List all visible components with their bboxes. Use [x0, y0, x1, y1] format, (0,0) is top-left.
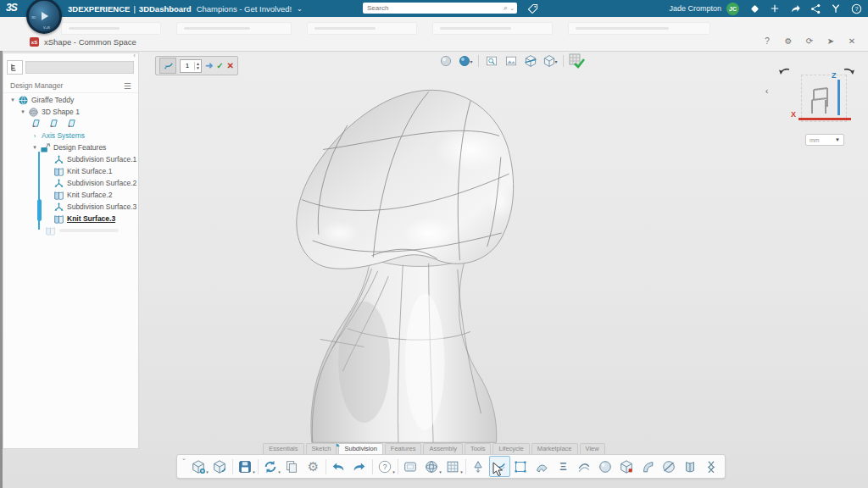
subdivision-level-field[interactable]: ▲▼ — [180, 59, 202, 73]
3dcompass-icon[interactable]: 3D V+R — [26, 0, 62, 34]
expand-caret-icon[interactable]: ▾ — [31, 144, 39, 151]
share-icon[interactable] — [785, 0, 805, 17]
split-sphere-button[interactable] — [659, 456, 680, 477]
open-part-button[interactable] — [209, 456, 231, 477]
panel-scroll-strip[interactable] — [25, 61, 134, 74]
apps-icon[interactable] — [826, 0, 846, 17]
panel-menu-icon[interactable]: ☰ — [124, 81, 131, 91]
shaded-sphere-icon[interactable] — [437, 53, 454, 69]
subdivision-level-input[interactable] — [181, 62, 194, 69]
grid-primitive-button[interactable]: ▾ — [442, 456, 464, 477]
compass-icon[interactable] — [744, 0, 765, 17]
new-part-button[interactable]: ▾ — [188, 456, 209, 477]
panel-collapse-icon[interactable]: ‹ — [133, 52, 136, 59]
chevron-down-icon[interactable]: ⌄ — [297, 5, 303, 13]
subdivision-surface-button[interactable] — [489, 456, 510, 477]
units-dropdown[interactable]: mm ▼ — [805, 134, 844, 146]
drop-cone-button[interactable] — [468, 456, 489, 477]
help-button[interactable]: ?▾ — [375, 456, 396, 477]
nav-collapse-icon[interactable]: ‹ — [765, 86, 768, 96]
search-caret-icon[interactable]: ⌄ — [509, 5, 515, 12]
collapse-caret-icon[interactable]: › — [31, 133, 39, 139]
rotate-left-icon[interactable] — [777, 66, 792, 82]
tag-icon[interactable] — [526, 3, 539, 14]
user-name[interactable]: Jade Crompton — [669, 4, 721, 13]
tree-item-3d-shape-1[interactable]: ▾3D Shape 1 — [3, 106, 138, 118]
redo-button[interactable] — [349, 456, 370, 477]
sphere-shape-button[interactable] — [595, 456, 616, 477]
plane-zx-icon[interactable] — [66, 118, 77, 130]
expand-caret-icon[interactable]: ▾ — [19, 108, 27, 115]
settings-icon[interactable]: ⚙ — [782, 36, 794, 46]
plane-xy-icon[interactable] — [31, 118, 42, 130]
help-icon[interactable]: ? — [761, 36, 773, 46]
refresh-icon[interactable]: ⟳ — [804, 36, 815, 46]
update-button[interactable]: ▾ — [260, 456, 281, 477]
view-modes-icon[interactable]: ▾ — [542, 53, 559, 69]
tab-lifecycle[interactable]: Lifecycle — [492, 443, 529, 454]
tab-marketplace[interactable]: Marketplace — [531, 443, 578, 454]
tree-item-ghost[interactable] — [3, 225, 138, 236]
section-icon[interactable] — [522, 53, 539, 69]
bend-surface-button[interactable] — [637, 456, 659, 477]
update-check-icon[interactable] — [568, 53, 585, 69]
undo-button[interactable] — [328, 456, 349, 477]
tree-item-knit-surface-3[interactable]: Knit Surface.3 — [3, 213, 138, 225]
tab-sketch[interactable]: Sketch — [306, 443, 337, 454]
pin-icon[interactable]: ➤ — [825, 36, 837, 46]
confirm-icon[interactable]: ✓ — [216, 61, 223, 70]
add-icon[interactable] — [765, 0, 785, 17]
collaborate-icon[interactable] — [805, 0, 826, 17]
save-button[interactable]: ▾ — [235, 456, 256, 477]
action-bar: ⌄▾▾▾⚙?▾▾▾Ξ — [176, 454, 726, 479]
tree-item-knit-surface-2[interactable]: Knit Surface.2 — [3, 189, 138, 201]
render-style-icon[interactable]: ▾ — [457, 53, 474, 69]
capture-icon[interactable] — [503, 53, 520, 69]
subdivision-level-icon[interactable] — [159, 58, 176, 74]
tab-essentials[interactable]: Essentials — [263, 443, 303, 454]
axis-z-line[interactable] — [837, 80, 840, 115]
tree-view-button[interactable] — [7, 60, 23, 75]
offset-surface-button[interactable] — [574, 456, 595, 477]
tab-subdivision[interactable]: Subdivision — [338, 443, 382, 454]
actionbar-expand-icon[interactable]: ⌄ — [181, 455, 186, 462]
solid-cube-button[interactable] — [616, 456, 637, 477]
avatar[interactable]: JC — [726, 3, 739, 15]
tree-item-giraffe-teddy[interactable]: ▾Giraffe Teddy — [3, 94, 138, 106]
tab-assembly[interactable]: Assembly — [423, 443, 463, 454]
shape3d-icon — [27, 107, 39, 118]
axis-x-label[interactable]: X — [791, 110, 796, 119]
search-input[interactable] — [365, 3, 504, 13]
settings-button[interactable]: ⚙ — [303, 456, 324, 477]
tree-item-knit-surface-1[interactable]: Knit Surface.1 — [3, 165, 138, 177]
tree-item-subdivision-surface-3[interactable]: Subdivision Surface.3 — [3, 201, 138, 213]
tab-features[interactable]: Features — [385, 443, 422, 454]
plane-yz-icon[interactable] — [48, 118, 59, 130]
copy-button[interactable] — [281, 456, 303, 477]
zoom-frame-icon[interactable] — [483, 53, 500, 69]
tab-tools[interactable]: Tools — [465, 443, 492, 454]
sphere-primitive-button[interactable]: ▾ — [421, 456, 442, 477]
search-icon[interactable]: ⌕ — [504, 4, 508, 12]
close-icon[interactable]: ✕ — [846, 36, 858, 46]
apply-arrow-icon[interactable]: ➜ — [205, 60, 213, 71]
tree-item-design-features[interactable]: ▾Design Features — [3, 141, 138, 153]
loft-button[interactable]: Ξ — [553, 456, 574, 477]
frame-select-button[interactable] — [510, 456, 531, 477]
tree-item-axis-systems[interactable]: ›Axis Systems — [3, 130, 138, 141]
tree-item-subdivision-surface-1[interactable]: Subdivision Surface.1 — [3, 153, 138, 165]
axis-z-label[interactable]: Z — [832, 71, 837, 80]
stepper-icon[interactable]: ▲▼ — [194, 62, 201, 70]
help-icon[interactable]: ? — [846, 0, 866, 17]
tree-planes-row[interactable] — [3, 118, 138, 130]
knit-surface-button[interactable] — [680, 456, 701, 477]
tab-view[interactable]: View — [580, 443, 605, 454]
brand[interactable]: 3DEXPERIENCE | 3DDashboard Champions - G… — [68, 4, 303, 14]
extract-surface-button[interactable] — [531, 456, 553, 477]
expand-caret-icon[interactable]: ▾ — [8, 97, 17, 103]
tree-item-subdivision-surface-2[interactable]: Subdivision Surface.2 — [3, 177, 138, 189]
cancel-icon[interactable]: ✕ — [227, 61, 234, 70]
deform-shape-button[interactable] — [701, 456, 722, 477]
plane-button[interactable] — [400, 456, 421, 477]
search-box[interactable]: ⌕ ⌄ — [363, 3, 517, 14]
